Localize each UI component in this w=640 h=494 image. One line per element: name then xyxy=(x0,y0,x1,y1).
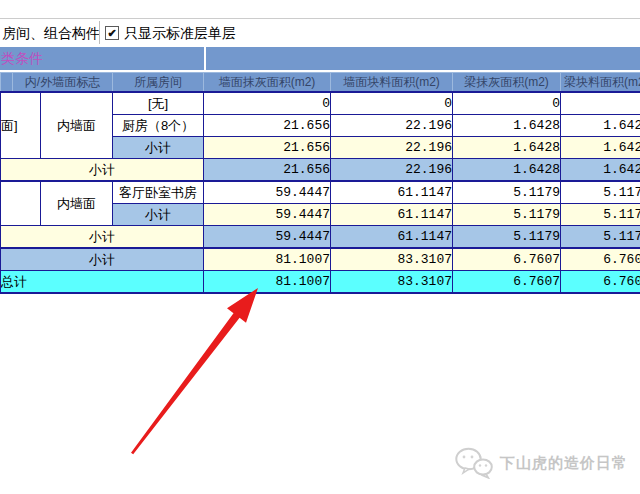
subtotal-label-cell[interactable]: 小计 xyxy=(113,204,204,226)
value-cell[interactable]: 1.6428 xyxy=(453,115,561,137)
value-cell[interactable]: 81.1007 xyxy=(204,271,331,294)
value-cell[interactable]: 83.3107 xyxy=(331,271,453,294)
value-cell[interactable]: 6.7607 xyxy=(561,271,640,294)
value-cell[interactable]: 5.1179 xyxy=(561,204,640,226)
value-cell[interactable]: 61.1147 xyxy=(331,204,453,226)
value-cell[interactable]: 22.196 xyxy=(331,115,453,137)
value-cell[interactable]: 59.4447 xyxy=(204,181,331,204)
value-cell[interactable]: 1.6428 xyxy=(561,159,640,182)
toolbar-divider xyxy=(0,18,640,19)
value-cell[interactable]: 21.656 xyxy=(204,159,331,182)
value-cell[interactable]: 6.7607 xyxy=(453,271,561,294)
value-cell[interactable]: 6.7607 xyxy=(561,248,640,271)
floor-corner-cell[interactable] xyxy=(1,181,41,226)
area-report-table: 内/外墙面标志 所属房间 墙面抹灰面积(m2) 墙面块料面积(m2) 梁抹灰面积… xyxy=(0,72,640,294)
value-cell[interactable]: 5.1179 xyxy=(453,204,561,226)
value-cell[interactable]: 21.656 xyxy=(204,137,331,159)
value-cell[interactable]: 0 xyxy=(453,92,561,115)
toolbar-label: 房间、组合构件 xyxy=(2,25,100,43)
subtotal-label-cell[interactable]: 小计 xyxy=(1,226,204,249)
value-cell[interactable]: 0 xyxy=(204,92,331,115)
value-cell[interactable]: 61.1147 xyxy=(331,181,453,204)
value-cell[interactable]: 1.6428 xyxy=(453,137,561,159)
room-cell[interactable]: 客厅卧室书房 xyxy=(113,181,204,204)
value-cell[interactable]: 61.1147 xyxy=(331,226,453,249)
watermark-text: 下山虎的造价日常 xyxy=(500,454,628,473)
group-subtotal-row: 小计 59.4447 61.1147 5.1179 5.1179 xyxy=(1,226,640,249)
wall-flag-cell[interactable]: 内墙面 xyxy=(41,92,113,159)
total-label-cell[interactable]: 总计 xyxy=(1,271,204,294)
checkbox-label[interactable]: 只显示标准层单层 xyxy=(124,25,236,43)
column-header-room: 所属房间 xyxy=(113,73,204,93)
app-window: 房间、组合构件 ✔ 只显示标准层单层 类条件 内/外墙面标志 所属房间 墙面抹灰… xyxy=(0,0,640,494)
subtotal-label-cell[interactable]: 小计 xyxy=(1,159,204,182)
checkmark-icon: ✔ xyxy=(107,27,116,39)
wechat-icon xyxy=(455,447,493,479)
header-row: 内/外墙面标志 所属房间 墙面抹灰面积(m2) 墙面块料面积(m2) 梁抹灰面积… xyxy=(1,73,640,93)
value-cell[interactable]: 59.4447 xyxy=(204,226,331,249)
value-cell[interactable]: 22.196 xyxy=(331,137,453,159)
group-subtotal-row: 小计 21.656 22.196 1.6428 1.6428 xyxy=(1,159,640,182)
subtotal-label-cell[interactable]: 小计 xyxy=(1,248,204,271)
column-header-wall-tile: 墙面块料面积(m2) xyxy=(331,73,453,93)
table-row: 内墙面 客厅卧室书房 59.4447 61.1147 5.1179 5.1179 xyxy=(1,181,640,204)
column-header-blank xyxy=(1,73,13,93)
standard-floor-checkbox[interactable]: ✔ xyxy=(105,26,119,40)
group-header-separator xyxy=(204,47,206,70)
value-cell[interactable]: 6.7607 xyxy=(453,248,561,271)
value-cell[interactable]: 5.1179 xyxy=(561,226,640,249)
floor-corner-cell[interactable]: 面] xyxy=(1,92,41,159)
value-cell[interactable]: 5.1179 xyxy=(561,181,640,204)
value-cell[interactable]: 21.656 xyxy=(204,115,331,137)
value-cell[interactable]: 81.1007 xyxy=(204,248,331,271)
value-cell[interactable]: 5.1179 xyxy=(453,181,561,204)
value-cell[interactable]: 0 xyxy=(561,92,640,115)
column-header-beam-tile: 梁块料面积(m2) xyxy=(561,73,640,93)
table-row: 面] 内墙面 [无] 0 0 0 0 xyxy=(1,92,640,115)
value-cell[interactable]: 1.6428 xyxy=(561,137,640,159)
column-header-beam-plaster: 梁抹灰面积(m2) xyxy=(453,73,561,93)
room-cell[interactable]: 厨房（8个） xyxy=(113,115,204,137)
column-header-wall-plaster: 墙面抹灰面积(m2) xyxy=(204,73,331,93)
value-cell[interactable]: 5.1179 xyxy=(453,226,561,249)
grand-subtotal-row: 小计 81.1007 83.3107 6.7607 6.7607 xyxy=(1,248,640,271)
value-cell[interactable]: 83.3107 xyxy=(331,248,453,271)
subtotal-label-cell[interactable]: 小计 xyxy=(113,137,204,159)
filter-condition-label: 类条件 xyxy=(1,50,43,68)
value-cell[interactable]: 1.6428 xyxy=(561,115,640,137)
grand-total-row: 总计 81.1007 83.3107 6.7607 6.7607 xyxy=(1,271,640,294)
group-header-bar: 类条件 xyxy=(0,47,640,70)
watermark: 下山虎的造价日常 xyxy=(455,447,628,479)
room-cell[interactable]: [无] xyxy=(113,92,204,115)
wall-flag-cell[interactable]: 内墙面 xyxy=(41,181,113,226)
toolbar-separator xyxy=(99,21,100,44)
column-header-wall-flag: 内/外墙面标志 xyxy=(13,73,113,93)
value-cell[interactable]: 1.6428 xyxy=(453,159,561,182)
value-cell[interactable]: 0 xyxy=(331,92,453,115)
value-cell[interactable]: 22.196 xyxy=(331,159,453,182)
value-cell[interactable]: 59.4447 xyxy=(204,204,331,226)
